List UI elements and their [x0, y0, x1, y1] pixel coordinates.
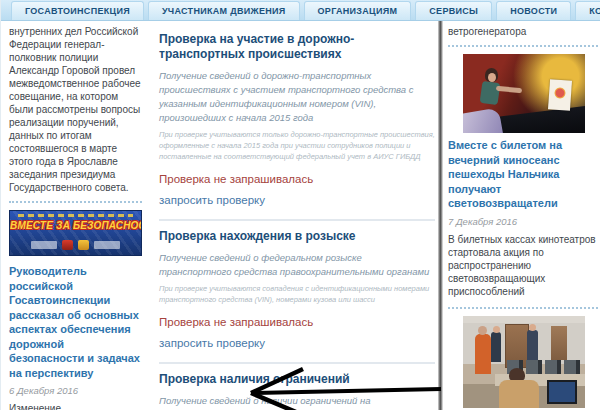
- request-check-link[interactable]: запросить проверку: [159, 194, 435, 206]
- nav-item-novosti[interactable]: НОВОСТИ: [496, 1, 571, 20]
- dotted-divider: [9, 201, 142, 203]
- office-computers-photo[interactable]: [463, 316, 585, 408]
- photo-standee-art: [554, 87, 566, 99]
- section-divider: [159, 362, 435, 364]
- banner-caption-left: [31, 241, 57, 249]
- nav-item-kontakty[interactable]: КОНТАКТЫ: [575, 1, 600, 20]
- coat-of-arms-logo: [62, 240, 73, 250]
- photo-foreground-monitor: [547, 380, 577, 404]
- service-section-ogranicheniya: Проверка наличия ограничений Получение с…: [159, 372, 435, 410]
- cinema-box-office-photo[interactable]: [463, 54, 585, 133]
- nav-item-uchastnikam-dvizheniya[interactable]: УЧАСТНИКАМ ДВИЖЕНИЯ: [148, 1, 300, 20]
- service-section-dtp: Проверка на участие в дорожно-транспортн…: [159, 32, 435, 221]
- vehicle-check-services-panel: Проверка на участие в дорожно-транспортн…: [159, 24, 435, 410]
- news-date-1: 7 Декабря 2016: [448, 216, 598, 227]
- photo-person-scarf: [480, 81, 501, 105]
- news-text-1: В билетных кассах кинотеатров стартовала…: [448, 233, 598, 298]
- photo-person-head: [493, 326, 500, 333]
- check-status-link[interactable]: Проверка не запрашивалась: [159, 173, 435, 185]
- service-description: Получение сведений о дорожно-транспортны…: [159, 69, 435, 125]
- service-note: При проверке учитываются только дорожно-…: [159, 129, 435, 162]
- right-article-tail-text: ветрогенератора: [448, 25, 598, 38]
- top-navigation-bar: ГОСАВТОИНСПЕКЦИЯ УЧАСТНИКАМ ДВИЖЕНИЯ ОРГ…: [1, 0, 600, 21]
- left-article-text: внутренних дел Российской Федерации гене…: [9, 25, 142, 194]
- dotted-divider: [448, 307, 598, 309]
- nav-item-servisy[interactable]: СЕРВИСЫ: [415, 1, 492, 20]
- photo-person-face: [488, 73, 496, 82]
- photo-person-orange-sweater: [475, 334, 491, 374]
- check-status-link[interactable]: Проверка не запрашивалась: [159, 316, 435, 328]
- section-divider: [159, 219, 435, 221]
- together-for-safety-banner[interactable]: ВМЕСТЕ ЗА БЕЗОПАСНОСТЬ: [9, 210, 142, 256]
- dotted-divider: [448, 45, 598, 47]
- left-article-text-bottom: Изменение законодательства, создание без…: [9, 402, 142, 410]
- service-note: При проверке учитываются совпадения с ид…: [159, 283, 435, 305]
- service-title: Проверка на участие в дорожно-транспортн…: [159, 32, 435, 62]
- nav-item-organizaciyam[interactable]: ОРГАНИЗАЦИЯМ: [304, 1, 412, 20]
- avtoradio-logo: [78, 240, 89, 250]
- left-article-date: 6 Декабря 2016: [9, 385, 142, 396]
- news-headline-1[interactable]: Вместе с билетом на вечерний киносеанс п…: [448, 138, 598, 211]
- photo-person-orange-head: [478, 326, 487, 335]
- right-news-column: ветрогенератора Вместе с билетом на вече…: [448, 25, 598, 410]
- left-article-headline[interactable]: Руководитель российской Госавтоинспекции…: [9, 264, 142, 380]
- photo-person-suit-2: [527, 330, 538, 362]
- service-title: Проверка наличия ограничений: [159, 372, 435, 387]
- banner-caption-right: [94, 241, 120, 249]
- photo-seat-shape: [463, 107, 503, 133]
- left-news-column: внутренних дел Российской Федерации гене…: [9, 25, 142, 410]
- banner-decorative-line: [18, 214, 133, 217]
- request-check-link[interactable]: запросить проверку: [159, 337, 435, 349]
- service-description: Получение сведений о федеральном розыске…: [159, 251, 435, 279]
- photo-person-head-2: [529, 324, 536, 331]
- photo-foreground-person-body: [499, 380, 539, 408]
- photo-door-2: [551, 326, 567, 360]
- vertical-divider: [438, 21, 443, 410]
- banner-title: ВМЕСТЕ ЗА БЕЗОПАСНОСТЬ: [10, 220, 141, 231]
- photo-person-arm: [496, 86, 522, 94]
- banner-logos: [10, 240, 141, 250]
- service-description: Получение сведений о наличии ограничений…: [159, 394, 435, 410]
- service-section-rozysk: Проверка нахождения в розыске Получение …: [159, 229, 435, 364]
- service-title: Проверка нахождения в розыске: [159, 229, 435, 244]
- nav-item-gosavtoinspekcia[interactable]: ГОСАВТОИНСПЕКЦИЯ: [11, 1, 144, 20]
- photo-person-suit: [491, 332, 501, 362]
